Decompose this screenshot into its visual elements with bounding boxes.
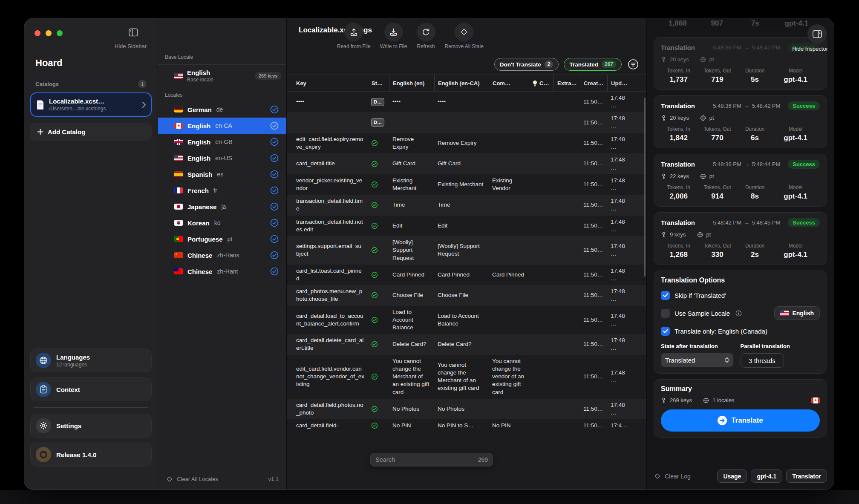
skip-if-translated-checkbox[interactable] xyxy=(661,291,670,300)
column-extra[interactable]: Extra… xyxy=(553,75,580,91)
table-row[interactable]: card_list.toast.card_pinnedCard PinnedCa… xyxy=(287,265,646,285)
base-locale-row[interactable]: English Base locale 269 keys xyxy=(158,65,286,87)
catalog-item[interactable]: Localizable.xcst… /Users/ten…ble.xcstrin… xyxy=(30,92,152,117)
table-row[interactable]: vendor_picker.existing_vendorExisting Me… xyxy=(287,174,646,195)
table-row[interactable]: card_detail.field-No PINNo PIN to S…No P… xyxy=(287,419,646,432)
column-updated[interactable]: Upd… xyxy=(607,75,632,91)
log-card-meta: 20 keyspt xyxy=(661,56,820,63)
translated-filter[interactable]: Translated 267 xyxy=(564,58,622,71)
row-status xyxy=(368,140,389,147)
minimize-window-button[interactable] xyxy=(46,30,52,36)
row-status xyxy=(368,202,389,208)
locale-item-en-US[interactable]: Englishen-US xyxy=(158,150,286,166)
read-from-file-button[interactable]: Read from File xyxy=(337,23,371,49)
use-sample-locale-checkbox[interactable] xyxy=(661,309,670,318)
keys-count: 20 keys xyxy=(670,115,689,121)
column-comment[interactable]: Com… xyxy=(489,75,529,91)
release-label: Release 1.4.0 xyxy=(56,451,96,458)
filter-menu-button[interactable] xyxy=(627,58,640,71)
locale-item-zh-Hant[interactable]: Chinesezh-Hant xyxy=(158,263,286,279)
column-key[interactable]: Key xyxy=(293,75,368,91)
table-row[interactable]: edit_card.field.vendor.cannot_change_ven… xyxy=(287,355,646,399)
locale-item-zh-Hans[interactable]: Chinesezh-Hans xyxy=(158,247,286,263)
locale-item-ko[interactable]: Koreanko xyxy=(158,215,286,231)
row-key: card_detail.title xyxy=(293,160,368,167)
table-row[interactable]: card_detail.load_to_account_balance_aler… xyxy=(287,306,646,334)
sidebar-item-context[interactable]: Context xyxy=(30,377,152,401)
chip-translator[interactable]: Translator xyxy=(786,469,827,483)
row-key: card_list.toast.card_pinned xyxy=(293,267,368,282)
sidebar-item-release[interactable]: Release 1.4.0 xyxy=(30,443,152,467)
toggle-sidebar-button[interactable] xyxy=(126,26,141,39)
state-after-translation-select[interactable]: Translated xyxy=(661,353,733,367)
locale-item-ja[interactable]: Japaneseja xyxy=(158,199,286,215)
row-key: vendor_picker.existing_vendor xyxy=(293,177,368,192)
column-english-en[interactable]: English (en) xyxy=(389,75,434,91)
translation-log: Translation5:48:36 PM→5:48:41 PMSuccess2… xyxy=(647,37,834,265)
log-card-stats: Tokens, In1,737Tokens, Out719Duration5sM… xyxy=(661,67,820,84)
model-stat: Modelgpt-4.1 xyxy=(771,184,820,201)
globe-icon xyxy=(703,397,709,403)
translate-only-checkbox[interactable] xyxy=(661,327,670,336)
tokens-out-stat: Tokens, Out719 xyxy=(696,67,738,84)
zoom-window-button[interactable] xyxy=(57,30,63,36)
search-input[interactable]: Search 269 xyxy=(370,453,493,467)
locale-name: Japanese xyxy=(187,203,216,210)
threads-button[interactable]: 3 threads xyxy=(741,353,784,368)
translation-log-card[interactable]: Translation5:48:36 PM→5:48:44 PMSuccess2… xyxy=(654,154,827,207)
column-created[interactable]: Creat… xyxy=(580,75,607,91)
model-stat: Modelgpt-4.1 xyxy=(771,67,820,84)
table-row[interactable]: card_photos.menu.new_photo.choose_fileCh… xyxy=(287,285,646,305)
chip-usage[interactable]: Usage xyxy=(717,469,747,483)
table-row[interactable]: ••••D…••••••••11:50…17:48… xyxy=(287,92,646,112)
locale-code: de xyxy=(216,106,223,113)
table-scrollbar[interactable] xyxy=(644,98,646,276)
add-catalog-button[interactable]: Add Catalog xyxy=(30,123,152,141)
start-time: 5:48:36 PM xyxy=(713,103,741,109)
duration-label: Duration xyxy=(745,243,764,249)
translation-log-card[interactable]: Translation5:48:42 PM→5:48:45 PMSuccess9… xyxy=(654,212,827,265)
chip-gpt-4-1[interactable]: gpt-4.1 xyxy=(751,469,782,483)
write-to-file-button[interactable]: Write to File xyxy=(380,23,407,49)
sample-locale-button[interactable]: English xyxy=(774,306,820,320)
locale-item-pt[interactable]: Portuguesept xyxy=(158,231,286,247)
column-state[interactable]: St… xyxy=(368,75,389,91)
duration-value: 8s xyxy=(751,192,759,201)
table-row[interactable]: settings.support.email_subject[Woolly] S… xyxy=(287,236,646,265)
remove-all-stale-button[interactable]: Remove All Stale xyxy=(445,23,484,49)
locale-item-en-GB[interactable]: Englishen-GB xyxy=(158,134,286,150)
sidebar-item-languages[interactable]: Languages 12 languages xyxy=(30,348,152,372)
table-row[interactable]: edit_card.field.expiry.remove_expiryRemo… xyxy=(287,133,646,153)
translation-log-card[interactable]: Translation5:48:36 PM→5:48:41 PMSuccess2… xyxy=(654,37,827,90)
row-created: 11:50… xyxy=(580,181,607,188)
column-context[interactable]: C… xyxy=(529,75,553,91)
github-icon xyxy=(36,447,51,462)
locale-item-en-CA[interactable]: Englishen-CA xyxy=(158,118,286,134)
locale-item-es[interactable]: Spanishes xyxy=(158,166,286,182)
locale-item-fr[interactable]: Frenchfr xyxy=(158,182,286,199)
toggle-inspector-button[interactable] xyxy=(807,24,827,44)
translate-button[interactable]: Translate xyxy=(661,409,820,432)
locale-item-de[interactable]: Germande xyxy=(158,101,286,118)
row-updated: 17:48… xyxy=(607,288,632,303)
column-english-enca[interactable]: English (en-CA) xyxy=(434,75,489,91)
table-row[interactable]: card_detail.field.photos.no_photoNo Phot… xyxy=(287,399,646,419)
table-row[interactable]: transaction_detail.field.notes.editEditE… xyxy=(287,216,646,236)
tokens-out-stat: Tokens, Out770 xyxy=(696,125,738,142)
table-row[interactable]: transaction_detail.field.timeTimeTime11:… xyxy=(287,195,646,215)
gb-flag-icon xyxy=(174,139,183,145)
table-row[interactable]: D…11:50…17:48… xyxy=(287,112,646,132)
close-window-button[interactable] xyxy=(35,30,40,36)
table-row[interactable]: card_detail.titleGift CardGift Card11:50… xyxy=(287,153,646,174)
clear-all-locales-button[interactable]: Clear All Locales xyxy=(177,476,218,482)
info-icon[interactable] xyxy=(735,310,742,317)
sidebar-item-settings[interactable]: Settings xyxy=(30,414,152,438)
translation-log-card[interactable]: Translation5:48:36 PM→5:48:42 PMSuccess2… xyxy=(654,95,827,148)
row-english-enca: •••• xyxy=(434,98,489,106)
clear-log-button[interactable]: Clear Log xyxy=(654,472,691,480)
inspector-footer: Clear Log Usagegpt-4.1Translator xyxy=(647,464,834,490)
refresh-button[interactable]: Refresh xyxy=(417,23,435,49)
key-icon xyxy=(661,232,666,238)
table-row[interactable]: card_detail.delete_card_alert.titleDelet… xyxy=(287,334,646,354)
dont-translate-filter[interactable]: Don't Translate 2 xyxy=(494,58,559,71)
